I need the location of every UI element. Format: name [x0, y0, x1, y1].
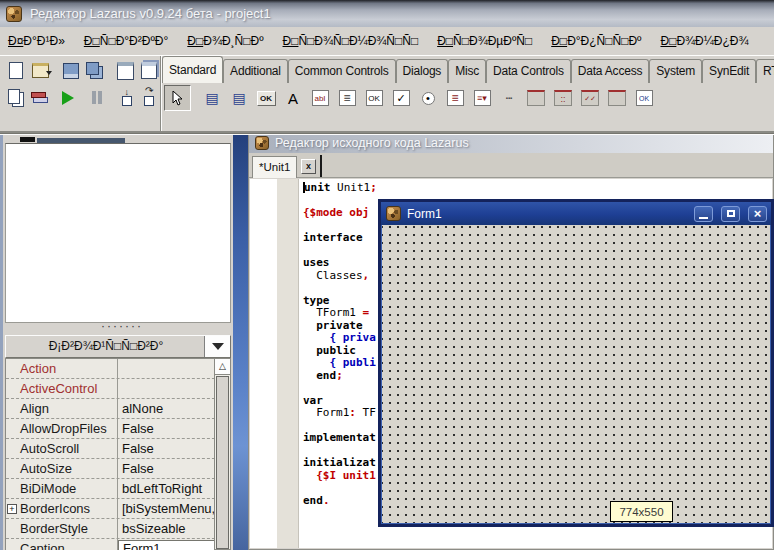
code-area[interactable]: unit Unit1;{$mode objinterfaceuses Class…: [303, 182, 377, 507]
code-token: { priva: [303, 331, 376, 344]
editor-window-title: Редактор исходного кода Lazarus: [275, 136, 469, 150]
tradiogroup-component-icon[interactable]: ::: [551, 86, 575, 110]
scrollbar-thumb[interactable]: [216, 376, 229, 549]
expand-icon[interactable]: +: [7, 504, 17, 514]
tmainmenu-component-icon[interactable]: ▤: [200, 86, 224, 110]
tab-close-icon[interactable]: x: [301, 159, 316, 174]
property-row-action[interactable]: Action: [6, 359, 230, 379]
form1-titlebar[interactable]: Form1 ×: [381, 202, 771, 225]
new-window-icon[interactable]: [115, 60, 136, 82]
tcheckbox-component-icon[interactable]: ✓: [389, 86, 413, 110]
open-file-icon[interactable]: [30, 60, 51, 82]
new-unit-icon[interactable]: [6, 60, 27, 82]
editor-titlebar[interactable]: Редактор исходного кода Lazarus: [249, 132, 773, 153]
menu-item-5[interactable]: Đ□Đ°Đ¿Ñ□Ñ□Đº: [551, 34, 641, 48]
tbutton-component-icon[interactable]: OK: [254, 86, 278, 110]
property-row-caption[interactable]: CaptionForm1: [6, 539, 230, 550]
tpopupmenu-component-icon[interactable]: ▤: [227, 86, 251, 110]
component-glyph: ▤: [205, 90, 218, 106]
menu-item-2[interactable]: Đ□Đ¾Đ¸Ñ□Đº: [187, 34, 263, 48]
code-token: TF: [356, 406, 376, 419]
pointer-tool-button[interactable]: [164, 85, 191, 111]
palette-tab-rt[interactable]: RT: [756, 59, 774, 83]
code-token: end: [303, 494, 323, 507]
palette-tab-data-controls[interactable]: Data Controls: [486, 59, 571, 83]
property-name: BiDiMode: [6, 479, 118, 498]
component-tree-panel[interactable]: [5, 143, 231, 323]
run-icon[interactable]: [58, 87, 78, 109]
menu-item-3[interactable]: Đ□Ñ□Đ¾Ñ□Đ¼Đ¾Ñ□Ñ□: [283, 34, 419, 48]
code-token: initializat: [303, 456, 376, 469]
code-line-4: interface: [303, 232, 377, 245]
palette-tab-additional[interactable]: Additional: [223, 59, 288, 83]
form1-design-grid[interactable]: [382, 226, 770, 523]
component-glyph: ::: [554, 90, 572, 106]
palette-tab-common-controls[interactable]: Common Controls: [288, 59, 396, 83]
tlistbox-component-icon[interactable]: ≡: [443, 86, 467, 110]
menu-item-6[interactable]: Đ□Đ¾Đ¼Đ¿Đ¾: [660, 34, 748, 48]
new-form-icon[interactable]: [138, 60, 159, 82]
tactionlist-component-icon[interactable]: OK: [632, 86, 656, 110]
palette-icon-bar: ▤▤OKAabI≡OK✓•≡≡▾▪▪▪::✓✓OK: [162, 83, 774, 113]
palette-tab-system[interactable]: System: [649, 59, 702, 83]
view-forms-icon[interactable]: [29, 87, 49, 109]
property-row-align[interactable]: AlignalNone: [6, 399, 230, 419]
property-row-bidimode[interactable]: BiDiModebdLeftToRight: [6, 479, 230, 499]
property-row-activecontrol[interactable]: ActiveControl: [6, 379, 230, 399]
tpanel-component-icon[interactable]: [605, 86, 629, 110]
main-titlebar[interactable]: Редактор Lazarus v0.9.24 бета - project1: [0, 0, 774, 27]
step-into-icon[interactable]: [117, 87, 137, 109]
tcheckgroup-component-icon[interactable]: ✓✓: [578, 86, 602, 110]
tgroupbox-component-icon[interactable]: [524, 86, 548, 110]
tab-unit1[interactable]: *Unit1: [252, 156, 297, 178]
lazarus-app-icon: [6, 6, 22, 22]
property-row-allowdropfiles[interactable]: AllowDropFilesFalse: [6, 419, 230, 439]
ttogglebox-component-icon[interactable]: OK: [362, 86, 386, 110]
palette-tab-synedit[interactable]: SynEdit: [702, 59, 756, 83]
property-name: AutoSize: [6, 459, 118, 478]
menu-bar: Đ¤Đ°Đ¹Đ»Đ□Ñ□Đ°Đ²ĐºĐ°Đ□Đ¾Đ¸Ñ□ĐºĐ□Ñ□Đ¾Ñ□Đ¼…: [0, 27, 774, 55]
property-row-bordericons[interactable]: +BorderIcons[biSystemMenu,b: [6, 499, 230, 519]
code-line-23: {$I unit1: [303, 470, 377, 483]
component-glyph: abI: [312, 90, 329, 106]
property-name: BorderStyle: [6, 519, 118, 538]
save-all-icon[interactable]: [84, 60, 105, 82]
component-glyph: OK: [257, 91, 276, 106]
property-grid-scrollbar[interactable]: △: [214, 358, 231, 550]
palette-tab-bar: StandardAdditionalCommon ControlsDialogs…: [162, 56, 774, 83]
property-row-borderstyle[interactable]: BorderStylebsSizeable: [6, 519, 230, 539]
tscrollbar-component-icon[interactable]: ▪▪▪: [497, 86, 521, 110]
minimize-button[interactable]: [694, 206, 713, 222]
property-name: AllowDropFiles: [6, 419, 118, 438]
properties-tab[interactable]: Đ¡Đ²Đ¾Đ¹Ñ□Ñ□Đ²Đ°: [5, 335, 231, 358]
scrollbar-up-arrow-icon[interactable]: △: [215, 359, 230, 375]
main-ide-window: Редактор Lazarus v0.9.24 бета - project1…: [0, 0, 774, 134]
palette-tab-data-access[interactable]: Data Access: [571, 59, 650, 83]
pause-icon[interactable]: [88, 87, 108, 109]
tmemo-component-icon[interactable]: ≡: [335, 86, 359, 110]
save-icon[interactable]: [60, 60, 81, 82]
code-token: type: [303, 294, 330, 307]
menu-item-hotkey: Đ□: [84, 34, 100, 48]
palette-tab-dialogs[interactable]: Dialogs: [396, 59, 449, 83]
tcombobox-component-icon[interactable]: ≡▾: [470, 86, 494, 110]
property-value[interactable]: Form1: [118, 540, 229, 550]
menu-item-1[interactable]: Đ□Ñ□Đ°Đ²ĐºĐ°: [84, 34, 168, 48]
property-row-autosize[interactable]: AutoSizeFalse: [6, 459, 230, 479]
view-units-icon[interactable]: [6, 87, 26, 109]
palette-tab-misc[interactable]: Misc: [448, 59, 486, 83]
tedit-component-icon[interactable]: abI: [308, 86, 332, 110]
menu-item-0[interactable]: Đ¤Đ°Đ¹Đ»: [8, 34, 65, 48]
properties-page-dropdown[interactable]: [204, 336, 230, 357]
menu-item-4[interactable]: Đ□Ñ□Đ¾ĐµĐºÑ□: [437, 34, 532, 48]
tlabel-component-icon[interactable]: A: [281, 86, 305, 110]
tradiobutton-component-icon[interactable]: •: [416, 86, 440, 110]
inspector-splitter[interactable]: ·······: [5, 323, 231, 335]
close-button[interactable]: ×: [748, 206, 767, 222]
code-line-2: {$mode obj: [303, 207, 377, 220]
palette-tab-standard[interactable]: Standard: [162, 56, 223, 83]
maximize-button[interactable]: [721, 206, 740, 222]
property-row-autoscroll[interactable]: AutoScrollFalse: [6, 439, 230, 459]
code-token: =: [363, 306, 376, 319]
step-over-icon[interactable]: [140, 87, 160, 109]
